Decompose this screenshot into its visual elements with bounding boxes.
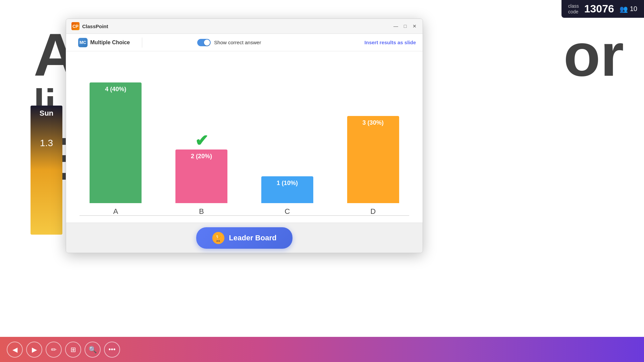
bar-b-label: B [199,207,204,216]
app-logo: CP ClassPoint [71,22,108,30]
bar-wrapper-b: ✔ 2 (20%) [165,149,238,203]
bar-c-label: C [284,207,290,216]
bar-group-c: 1 (10%) C [251,176,324,216]
insert-results-link[interactable]: Insert results as slide [365,40,416,45]
bar-d: 3 (30%) [347,116,399,203]
bar-c: 1 (10%) [261,176,313,203]
bar-a-value: 4 (40%) [105,86,126,93]
mc-icon: MC [78,38,88,47]
toggle-label: Show correct answer [214,40,261,45]
toolbar-back-button[interactable]: ◀ [7,342,23,358]
multiple-choice-badge: MC Multiple Choice [73,36,135,49]
show-correct-toggle[interactable] [197,39,211,46]
dialog-footer: 🏆 Leader Board [66,223,423,253]
bar-a-label: A [113,207,118,216]
toggle-section[interactable]: Show correct answer [197,39,261,46]
users-icon: 👥 [620,5,628,13]
toolbar-more-button[interactable]: ••• [104,342,120,358]
dialog-window: CP ClassPoint — □ ✕ MC Multiple Choice S… [66,18,423,253]
app-title: ClassPoint [82,23,108,29]
content-bar: MC Multiple Choice Show correct answer I… [66,34,423,51]
user-count: 👥 10 [620,5,637,13]
toolbar-grid-button[interactable]: ⊞ [65,342,81,358]
mc-label: Multiple Choice [90,40,130,46]
trophy-icon: 🏆 [212,232,224,244]
bar-group-b: ✔ 2 (20%) B [165,149,238,216]
bar-d-value: 3 (30%) [363,119,384,126]
bar-wrapper-a: 4 (40%) [79,82,152,203]
bar-a: 4 (40%) [90,82,142,203]
class-code-label: classcode [568,3,579,15]
classpoint-icon: CP [71,22,79,30]
chart-area: 4 (40%) A ✔ 2 (20%) B 1 (1 [66,51,423,223]
close-button[interactable]: ✕ [412,23,417,29]
bar-wrapper-d: 3 (30%) [337,116,409,203]
window-controls[interactable]: — □ ✕ [393,23,417,29]
bar-b-value: 2 (20%) [191,153,212,160]
sun-number: 1.3 [40,138,53,148]
class-code-bar: classcode 13076 👥 10 [561,0,644,18]
class-code-number: 13076 [584,3,614,15]
toggle-knob [204,40,210,46]
bar-c-value: 1 (10%) [277,180,298,187]
correct-checkmark: ✔ [195,131,208,150]
maximize-button[interactable]: □ [402,23,408,29]
toolbar-forward-button[interactable]: ▶ [26,342,42,358]
title-bar: CP ClassPoint — □ ✕ [66,19,423,34]
sun-widget: Sun 1.3 [31,106,62,235]
minimize-button[interactable]: — [393,23,398,29]
bar-group-d: 3 (30%) D [337,116,409,216]
user-count-value: 10 [630,5,637,13]
vertical-divider [142,38,142,48]
slide-text-or: or [564,20,624,89]
toolbar-pen-button[interactable]: ✏ [46,342,62,358]
bar-wrapper-c: 1 (10%) [251,176,324,203]
bars-container: 4 (40%) A ✔ 2 (20%) B 1 (1 [79,58,409,219]
bar-b: 2 (20%) [175,149,227,203]
leader-board-button[interactable]: 🏆 Leader Board [196,227,293,249]
bar-d-label: D [370,207,376,216]
chart-baseline [79,215,409,216]
bottom-toolbar: ◀ ▶ ✏ ⊞ 🔍 ••• [0,337,644,362]
sun-label: Sun [40,109,54,118]
toolbar-search-button[interactable]: 🔍 [85,342,101,358]
leader-board-label: Leader Board [229,234,277,242]
bar-group-a: 4 (40%) A [79,82,152,216]
